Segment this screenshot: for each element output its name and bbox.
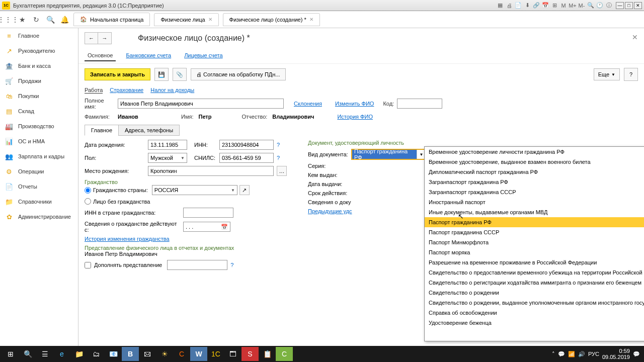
tab-individual-create[interactable]: Физическое лицо (создание) * ✕ (223, 13, 320, 26)
subtab-lic[interactable]: Лицевые счета (181, 50, 225, 61)
citizenship-date-input[interactable]: . . .📅 (183, 222, 230, 232)
snils-help-icon[interactable]: ? (277, 155, 280, 161)
dropdown-item[interactable]: Удостоверение беженца (425, 318, 644, 328)
camtasia-icon[interactable]: C (276, 347, 293, 361)
minimize-button[interactable]: — (616, 2, 624, 9)
sys-icon[interactable]: 🔗 (532, 2, 540, 10)
edge-icon[interactable]: e (53, 347, 70, 361)
attach-button[interactable]: 📎 (173, 68, 187, 81)
close-page-icon[interactable]: ✕ (632, 33, 638, 41)
app-icon[interactable]: S (242, 347, 259, 361)
sidebar-item[interactable]: 🏭Производство (0, 119, 78, 134)
dropdown-item[interactable]: Загранпаспорт гражданина СССР (425, 187, 644, 197)
subtab-main[interactable]: Основное (85, 50, 116, 61)
app-icon[interactable]: 📋 (259, 347, 276, 361)
dropdown-item[interactable]: Временное удостоверение, выданное взамен… (425, 157, 644, 167)
dropdown-item[interactable]: Разрешение на временное проживание в Рос… (425, 257, 644, 267)
history-icon[interactable]: ↻ (31, 15, 41, 25)
sys-icon[interactable]: ⬇ (523, 2, 531, 10)
sidebar-item[interactable]: ⚙Операции (0, 164, 78, 179)
inn-input[interactable] (219, 140, 274, 150)
more-button[interactable]: Еще▼ (594, 68, 620, 80)
subtab-bank[interactable]: Банковские счета (123, 50, 174, 61)
link-tax[interactable]: Налог на доходы (150, 87, 194, 94)
sys-icon[interactable]: 🕐 (596, 2, 604, 10)
search-icon[interactable]: 🔍 (45, 15, 55, 25)
supplement-input[interactable] (167, 260, 227, 270)
app-icon[interactable]: ☀ (156, 347, 173, 361)
sys-icon[interactable]: M- (578, 2, 586, 10)
sys-icon[interactable]: 📄 (514, 2, 522, 10)
sidebar-item[interactable]: 🏦Банк и касса (0, 58, 78, 73)
dob-input[interactable] (148, 140, 187, 150)
change-fio-link[interactable]: Изменить ФИО (335, 101, 374, 107)
dropdown-item[interactable]: Паспорт гражданина СССР (425, 227, 644, 237)
1c-icon[interactable]: 1С (207, 347, 224, 361)
dropdown-item[interactable]: Свидетельство о рождении (425, 288, 644, 298)
tray-icon[interactable]: 📶 (568, 351, 575, 357)
fio-history-link[interactable]: История ФИО (337, 114, 373, 120)
inn-help-icon[interactable]: ? (277, 142, 280, 148)
innertab-addresses[interactable]: Адреса, телефоны (118, 125, 180, 136)
sys-icon[interactable]: ⊞ (550, 2, 558, 10)
snils-input[interactable] (219, 153, 274, 163)
sidebar-item[interactable]: 📄Отчеты (0, 179, 78, 194)
sidebar-item[interactable]: ≡Главное (0, 28, 78, 43)
innertab-main[interactable]: Главное (85, 125, 119, 136)
sidebar-item[interactable]: ▤Склад (0, 104, 78, 119)
dropdown-item[interactable]: Дипломатический паспорт гражданина РФ (425, 167, 644, 177)
save-button[interactable]: 💾 (154, 68, 169, 81)
nav-back-button[interactable]: ← (85, 33, 98, 44)
app-icon[interactable]: 🗔 (224, 347, 242, 361)
star-icon[interactable]: ★ (17, 15, 27, 25)
supplement-help-icon[interactable]: ? (230, 262, 233, 268)
close-tab-icon[interactable]: ✕ (309, 17, 313, 22)
maximize-button[interactable]: □ (625, 2, 633, 9)
app-icon[interactable]: 🖂 (139, 347, 156, 361)
search-button[interactable]: 🔍 (19, 347, 36, 361)
taskview-button[interactable]: ☰ (36, 347, 53, 361)
start-button[interactable]: ⊞ (2, 347, 19, 361)
dropdown-item[interactable]: Загранпаспорт гражданина РФ (425, 177, 644, 187)
foreign-inn-input[interactable] (183, 208, 233, 218)
doc-kind-dropdown[interactable]: Временное удостоверение личности граждан… (424, 146, 644, 341)
system-tray[interactable]: ˄ 💬 📶 🔊 РУС 0:5909.05.2019 💬 (552, 348, 642, 360)
app-icon[interactable]: В (122, 347, 139, 361)
sidebar-item[interactable]: 👥Зарплата и кадры (0, 149, 78, 164)
app-icon[interactable]: C (173, 347, 190, 361)
sys-icon[interactable]: 🖨 (505, 2, 513, 10)
close-tab-icon[interactable]: ✕ (208, 17, 212, 22)
citizenship-radio[interactable] (85, 187, 91, 194)
sidebar-item[interactable]: 📊ОС и НМА (0, 134, 78, 149)
taskbar-clock[interactable]: 0:5909.05.2019 (602, 348, 630, 360)
consent-button[interactable]: 🖨 Согласие на обработку ПДн... (191, 68, 285, 80)
declensions-link[interactable]: Склонения (294, 101, 322, 107)
sex-select[interactable]: Мужской▼ (148, 153, 187, 163)
sidebar-item[interactable]: ↗Руководителю (0, 43, 78, 58)
citizenship-open-button[interactable]: ↗ (239, 185, 250, 195)
link-insurance[interactable]: Страхование (110, 87, 143, 94)
sys-icon[interactable]: 📅 (541, 2, 549, 10)
app-icon[interactable]: 📧 (105, 347, 122, 361)
sys-icon[interactable]: 🔍 (587, 2, 595, 10)
prev-docs-link[interactable]: Предыдущие удс (308, 208, 352, 214)
pob-input[interactable] (148, 166, 274, 176)
sys-icon[interactable]: M+ (569, 2, 577, 10)
doc-kind-select[interactable]: Паспорт гражданина РФ▼ (351, 149, 427, 160)
tray-icon[interactable]: 🔊 (578, 351, 585, 357)
stateless-radio[interactable] (85, 198, 91, 205)
dropdown-item[interactable]: Временное удостоверение личности граждан… (425, 147, 644, 157)
tray-lang[interactable]: РУС (588, 351, 599, 357)
notifications-icon[interactable]: 💬 (633, 351, 640, 357)
bell-icon[interactable]: 🔔 (59, 15, 69, 25)
dropdown-item[interactable]: Паспорт гражданина РФ (425, 217, 644, 227)
sys-icon[interactable]: M (559, 2, 568, 10)
vk-icon[interactable]: W (190, 347, 207, 361)
sidebar-item[interactable]: ✿Администрирование (0, 209, 78, 224)
code-input[interactable] (397, 99, 442, 109)
tray-icon[interactable]: 💬 (558, 351, 565, 357)
close-button[interactable]: ✕ (634, 2, 642, 9)
apps-icon[interactable]: ⋮⋮⋮ (3, 15, 13, 25)
supplement-checkbox[interactable] (85, 262, 91, 268)
dropdown-item[interactable]: Паспорт моряка (425, 247, 644, 257)
